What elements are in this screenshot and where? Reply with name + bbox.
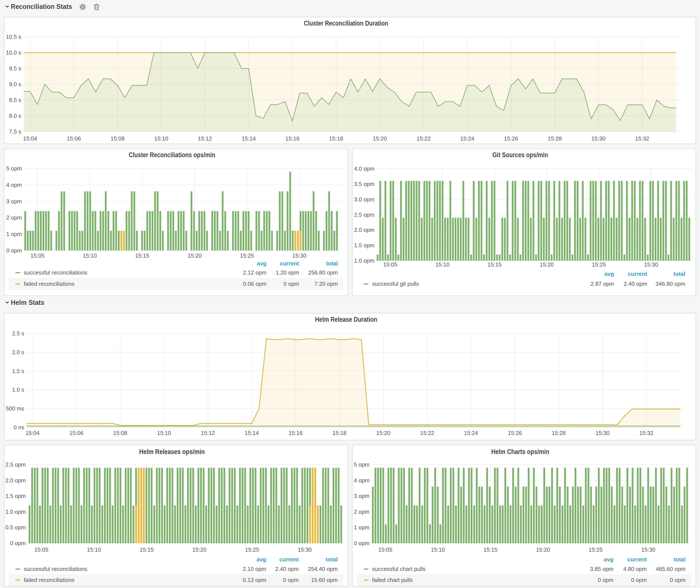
- svg-text:7.5 s: 7.5 s: [9, 128, 21, 135]
- svg-text:0 opm: 0 opm: [6, 247, 22, 254]
- svg-text:successful git pulls: successful git pulls: [372, 281, 419, 287]
- svg-text:15:30: 15:30: [644, 261, 658, 268]
- svg-text:15:22: 15:22: [416, 135, 431, 142]
- svg-text:2.40 opm: 2.40 opm: [275, 566, 299, 572]
- svg-text:Helm Charts ops/min: Helm Charts ops/min: [491, 448, 549, 456]
- svg-text:4 opm: 4 opm: [6, 182, 22, 188]
- svg-text:Git Sources ops/min: Git Sources ops/min: [492, 151, 548, 159]
- svg-text:total: total: [673, 271, 685, 277]
- svg-text:465.60 opm: 465.60 opm: [656, 566, 685, 572]
- svg-text:15.60 opm: 15.60 opm: [311, 577, 338, 583]
- svg-text:0 opm: 0 opm: [598, 577, 613, 583]
- svg-text:15:14: 15:14: [245, 430, 259, 436]
- svg-text:2.0 opm: 2.0 opm: [5, 477, 26, 484]
- svg-text:15:08: 15:08: [110, 135, 124, 142]
- svg-text:15:25: 15:25: [589, 546, 603, 553]
- svg-text:Reconciliation Stats: Reconciliation Stats: [11, 3, 72, 10]
- svg-text:5 opm: 5 opm: [6, 165, 22, 172]
- svg-text:0 opm: 0 opm: [284, 281, 299, 287]
- svg-text:15:28: 15:28: [548, 135, 562, 142]
- svg-text:15:10: 15:10: [83, 252, 97, 259]
- svg-text:15:05: 15:05: [383, 261, 397, 268]
- svg-text:0 ns: 0 ns: [14, 424, 24, 431]
- svg-text:3 opm: 3 opm: [6, 198, 22, 205]
- svg-text:1.5 opm: 1.5 opm: [5, 493, 26, 499]
- svg-text:15:10: 15:10: [435, 261, 449, 268]
- svg-text:15:10: 15:10: [157, 430, 171, 436]
- svg-text:15:26: 15:26: [504, 135, 518, 142]
- svg-text:2.5 opm: 2.5 opm: [5, 461, 26, 468]
- svg-text:5 opm: 5 opm: [354, 461, 369, 468]
- svg-text:15:24: 15:24: [464, 430, 478, 436]
- svg-text:15:06: 15:06: [69, 430, 83, 436]
- svg-text:500 ms: 500 ms: [6, 405, 24, 412]
- svg-text:1.0 s: 1.0 s: [12, 386, 24, 393]
- svg-text:15:15: 15:15: [140, 546, 154, 553]
- svg-text:0 opm: 0 opm: [670, 577, 685, 583]
- svg-text:2 opm: 2 opm: [6, 214, 22, 221]
- svg-text:15:12: 15:12: [198, 135, 212, 142]
- svg-text:Cluster Reconciliations ops/mi: Cluster Reconciliations ops/min: [129, 151, 215, 159]
- svg-text:15:05: 15:05: [378, 546, 392, 553]
- svg-text:8.5 s: 8.5 s: [9, 97, 21, 103]
- svg-text:0.5 opm: 0.5 opm: [5, 524, 26, 531]
- svg-text:failed chart pulls: failed chart pulls: [372, 577, 413, 583]
- svg-text:7.20 opm: 7.20 opm: [315, 281, 338, 287]
- svg-text:15:15: 15:15: [487, 261, 502, 268]
- svg-text:2.87 opm: 2.87 opm: [591, 281, 614, 287]
- svg-text:9.5 s: 9.5 s: [9, 65, 21, 72]
- svg-text:1.20 opm: 1.20 opm: [276, 269, 299, 276]
- svg-text:15:16: 15:16: [285, 135, 299, 142]
- svg-text:10.0 s: 10.0 s: [6, 49, 21, 56]
- svg-text:successful reconciliations: successful reconciliations: [24, 566, 87, 572]
- svg-text:0 opm: 0 opm: [354, 540, 369, 546]
- svg-text:15:32: 15:32: [639, 430, 653, 436]
- svg-text:15:30: 15:30: [292, 252, 306, 259]
- svg-text:15:30: 15:30: [641, 546, 655, 553]
- svg-text:failed reconciliations: failed reconciliations: [24, 577, 74, 583]
- svg-text:2.0 s: 2.0 s: [12, 349, 24, 355]
- svg-text:15:30: 15:30: [595, 430, 610, 436]
- svg-text:2.5 s: 2.5 s: [12, 330, 24, 337]
- svg-text:346.80 opm: 346.80 opm: [656, 281, 685, 287]
- svg-text:15:25: 15:25: [245, 546, 259, 553]
- svg-text:15:16: 15:16: [289, 430, 303, 436]
- svg-text:failed reconciliations: failed reconciliations: [24, 281, 74, 287]
- svg-text:15:20: 15:20: [540, 261, 554, 268]
- svg-text:256.80 opm: 256.80 opm: [308, 269, 338, 276]
- svg-text:15:10: 15:10: [154, 135, 168, 142]
- svg-text:Helm Releases ops/min: Helm Releases ops/min: [139, 448, 205, 456]
- svg-text:15:15: 15:15: [135, 252, 149, 259]
- svg-text:avg: avg: [256, 556, 266, 563]
- svg-text:successful reconciliations: successful reconciliations: [24, 269, 87, 276]
- svg-text:15:10: 15:10: [431, 546, 445, 553]
- svg-text:15:18: 15:18: [329, 135, 343, 142]
- svg-text:0 opm: 0 opm: [10, 540, 26, 546]
- svg-text:15:32: 15:32: [635, 135, 649, 142]
- svg-text:2.10 opm: 2.10 opm: [243, 566, 266, 572]
- svg-text:0.13 opm: 0.13 opm: [243, 577, 266, 583]
- svg-text:15:04: 15:04: [23, 135, 37, 142]
- svg-text:2.40 opm: 2.40 opm: [624, 281, 647, 287]
- svg-text:15:20: 15:20: [187, 252, 202, 259]
- svg-text:avg: avg: [604, 271, 614, 277]
- svg-text:avg: avg: [604, 556, 613, 563]
- svg-text:0 opm: 0 opm: [283, 577, 299, 583]
- svg-text:1 opm: 1 opm: [354, 524, 369, 531]
- svg-text:2.12 opm: 2.12 opm: [243, 269, 266, 276]
- svg-text:avg: avg: [257, 260, 266, 267]
- svg-text:0.06 opm: 0.06 opm: [243, 281, 266, 287]
- svg-text:current: current: [628, 271, 647, 277]
- svg-text:2 opm: 2 opm: [354, 509, 369, 515]
- svg-text:0 opm: 0 opm: [631, 577, 647, 583]
- svg-text:3 opm: 3 opm: [354, 493, 369, 499]
- svg-text:2.5 opm: 2.5 opm: [354, 212, 374, 218]
- svg-text:15:20: 15:20: [376, 430, 390, 436]
- svg-text:15:15: 15:15: [483, 546, 497, 553]
- svg-text:Helm Release Duration: Helm Release Duration: [315, 316, 377, 323]
- svg-text:15:30: 15:30: [298, 546, 312, 553]
- svg-text:1.0 opm: 1.0 opm: [5, 509, 26, 515]
- svg-text:2.0 opm: 2.0 opm: [354, 227, 374, 233]
- svg-text:15:25: 15:25: [592, 261, 606, 268]
- svg-text:total: total: [326, 260, 338, 267]
